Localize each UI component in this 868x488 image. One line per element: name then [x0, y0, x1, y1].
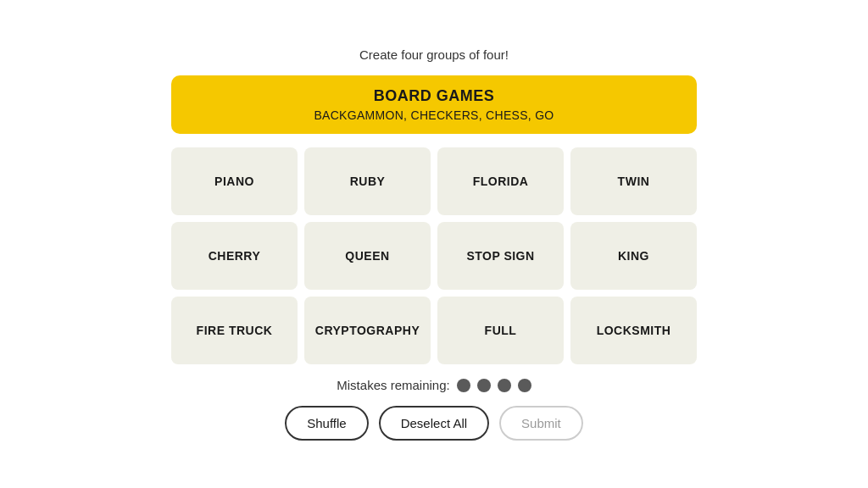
subtitle: Create four groups of four!: [359, 47, 509, 62]
tile-cryptography[interactable]: CRYPTOGRAPHY: [304, 297, 431, 364]
tile-full[interactable]: FULL: [437, 297, 564, 364]
mistake-dot-1: [457, 379, 470, 392]
tile-florida[interactable]: FLORIDA: [437, 147, 564, 215]
buttons-row: Shuffle Deselect All Submit: [285, 406, 583, 441]
tile-stop-sign[interactable]: STOP SIGN: [437, 222, 564, 290]
mistakes-label: Mistakes remaining:: [337, 378, 449, 392]
main-container: Create four groups of four! BOARD GAMES …: [171, 47, 697, 441]
mistake-dot-4: [518, 379, 531, 392]
mistake-dot-2: [477, 379, 491, 392]
tile-twin[interactable]: TWIN: [570, 147, 697, 215]
banner-title: BOARD GAMES: [188, 87, 680, 105]
solved-banner: BOARD GAMES BACKGAMMON, CHECKERS, CHESS,…: [171, 75, 697, 134]
banner-items: BACKGAMMON, CHECKERS, CHESS, GO: [188, 108, 680, 122]
mistake-dot-3: [498, 379, 511, 392]
tile-ruby[interactable]: RUBY: [304, 147, 431, 215]
tile-queen[interactable]: QUEEN: [304, 222, 431, 290]
tile-cherry[interactable]: CHERRY: [171, 222, 298, 290]
tile-locksmith[interactable]: LOCKSMITH: [570, 297, 697, 364]
tile-grid: PIANORUBYFLORIDATWINCHERRYQUEENSTOP SIGN…: [171, 147, 697, 364]
mistakes-row: Mistakes remaining:: [337, 378, 531, 392]
deselect-all-button[interactable]: Deselect All: [379, 406, 489, 441]
submit-button[interactable]: Submit: [499, 406, 583, 441]
tile-king[interactable]: KING: [570, 222, 697, 290]
tile-fire-truck[interactable]: FIRE TRUCK: [171, 297, 298, 364]
shuffle-button[interactable]: Shuffle: [285, 406, 368, 441]
tile-piano[interactable]: PIANO: [171, 147, 298, 215]
